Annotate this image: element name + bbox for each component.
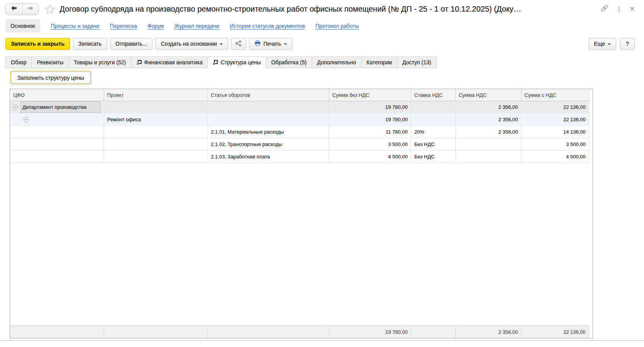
column-header[interactable]: Сумма НДС (456, 89, 521, 101)
save-and-close-button[interactable]: Записать и закрыть (5, 38, 70, 50)
column-header[interactable]: Сумма без НДС (329, 89, 411, 101)
tab-структура-цены[interactable]: Структура цены (207, 57, 266, 68)
create-based-on-label: Создать на основании (161, 41, 217, 47)
cell-vat-sum[interactable]: 2 356,00 (456, 101, 521, 113)
cell-article[interactable] (208, 113, 329, 125)
cell-project[interactable] (104, 126, 208, 138)
footer-total-sum-no-vat: 19 780,00 (329, 326, 411, 338)
cell-project[interactable] (104, 138, 208, 150)
window-bottom-border (0, 340, 644, 341)
table-row[interactable]: 2.1.01, Материальные расходы11 780,0020%… (10, 126, 589, 138)
tab-доступ-13-[interactable]: Доступ (13) (397, 57, 436, 68)
tab-обзор[interactable]: Обзор (5, 57, 32, 68)
cell-project[interactable] (104, 101, 208, 113)
cell-sum-no-vat[interactable]: 19 780,00 (329, 113, 411, 125)
cell-sum-with-vat[interactable]: 14 136,00 (521, 126, 589, 138)
cell-article[interactable]: 2.1.01, Материальные расходы (208, 126, 329, 138)
analytics-icon (213, 60, 218, 65)
send-button[interactable]: Отправить... (110, 38, 152, 50)
cell-sum-no-vat[interactable]: 4 500,00 (329, 151, 411, 163)
table-row[interactable]: Департамент производства19 780,002 356,0… (10, 101, 589, 113)
cell-cfo[interactable] (10, 113, 104, 125)
table-row[interactable]: 2.1.02, Транспортные расходы3 500,00Без … (10, 138, 589, 151)
history-nav-group (5, 3, 39, 15)
tab-финансовая-аналитика[interactable]: Финансовая аналитика (131, 57, 208, 68)
column-header[interactable]: ЦФО (10, 89, 104, 101)
cell-project[interactable] (104, 151, 208, 163)
tab-категории[interactable]: Категории (361, 57, 398, 68)
column-header[interactable]: Ставка НДС (411, 89, 456, 101)
toolbar-right-group: Еще ? (589, 38, 635, 50)
favorite-star-icon[interactable] (45, 4, 55, 14)
close-icon[interactable]: × (630, 5, 635, 13)
fill-price-structure-button[interactable]: Заполнить структуру цены (11, 72, 91, 84)
cell-cfo[interactable] (10, 151, 104, 163)
column-header[interactable]: Проект (104, 89, 208, 101)
nav-item[interactable]: Переписка (110, 23, 137, 29)
cell-vat-sum[interactable] (456, 151, 521, 163)
footer-cell-cfo (10, 326, 104, 338)
nav-item-active[interactable]: Основное (5, 19, 40, 33)
footer-total-vat-sum: 2 356,00 (456, 326, 521, 338)
table-row[interactable]: 2.1.03, Заработная плата4 500,00Без НДС4… (10, 151, 589, 163)
link-icon[interactable] (601, 4, 608, 14)
kebab-menu-icon[interactable] (618, 5, 620, 13)
table-row[interactable]: Ремонт офиса19 780,002 356,0022 136,00 (10, 113, 589, 126)
column-header[interactable]: Сумма с НДС (521, 89, 589, 101)
column-header[interactable]: Статья оборотов (208, 89, 329, 101)
nav-item[interactable]: Протокол работы (315, 23, 359, 29)
cell-vat-rate[interactable]: Без НДС (411, 138, 456, 150)
forward-arrow-icon (27, 5, 34, 12)
cell-vat-sum[interactable]: 2 356,00 (456, 126, 521, 138)
print-label: Печать (263, 41, 281, 47)
tab-label: Обработка (5) (271, 59, 307, 65)
tab-label: Финансовая аналитика (144, 59, 203, 65)
cell-sum-no-vat[interactable]: 3 500,00 (329, 138, 411, 150)
cell-cfo[interactable] (10, 138, 104, 150)
tab-товары-и-услуги-52-[interactable]: Товары и услуги (52) (68, 57, 131, 68)
selected-cell: Департамент производства (20, 101, 101, 113)
share-button[interactable] (231, 38, 246, 50)
cell-article[interactable]: 2.1.03, Заработная плата (208, 151, 329, 163)
cell-cfo[interactable]: Департамент производства (10, 101, 104, 113)
cell-vat-sum[interactable]: 2 356,00 (456, 113, 521, 125)
tab-label: Товары и услуги (52) (74, 59, 126, 65)
tabs-row: ОбзорРеквизитыТовары и услуги (52)Финанс… (0, 53, 644, 68)
nav-item[interactable]: Процессы и задачи (51, 23, 99, 29)
back-button[interactable] (6, 3, 22, 15)
chevron-down-icon (284, 43, 287, 45)
collapse-icon[interactable] (24, 117, 29, 122)
collapse-icon[interactable] (13, 105, 18, 110)
save-button[interactable]: Записать (73, 38, 107, 50)
cell-sum-no-vat[interactable]: 11 780,00 (329, 126, 411, 138)
print-button[interactable]: Печать (249, 38, 292, 50)
tab-дополнительно[interactable]: Дополнительно (312, 57, 362, 68)
cell-vat-rate[interactable] (411, 101, 456, 113)
back-arrow-icon (11, 5, 17, 12)
titlebar-icons: × (601, 4, 635, 14)
printer-icon (255, 40, 261, 47)
page-title: Договор субподряда на производство ремон… (60, 5, 521, 14)
create-based-on-button[interactable]: Создать на основании (155, 38, 228, 50)
cell-sum-with-vat[interactable]: 22 136,00 (521, 101, 589, 113)
nav-item[interactable]: Журнал передачи (174, 23, 219, 29)
forward-button[interactable] (22, 3, 38, 15)
cell-vat-rate[interactable] (411, 113, 456, 125)
tab-реквизиты[interactable]: Реквизиты (31, 57, 69, 68)
cell-sum-with-vat[interactable]: 3 500,00 (521, 138, 589, 150)
more-button[interactable]: Еще (589, 38, 617, 50)
tab-обработка-5-[interactable]: Обработка (5) (266, 57, 312, 68)
cell-sum-no-vat[interactable]: 19 780,00 (329, 101, 411, 113)
cell-sum-with-vat[interactable]: 22 136,00 (521, 113, 589, 125)
cell-cfo[interactable] (10, 126, 104, 138)
help-button[interactable]: ? (620, 38, 635, 50)
nav-item[interactable]: Форум (147, 23, 164, 29)
cell-article[interactable] (208, 101, 329, 113)
cell-vat-rate[interactable]: 20% (411, 126, 456, 138)
cell-project[interactable]: Ремонт офиса (104, 113, 208, 125)
cell-sum-with-vat[interactable]: 4 500,00 (521, 151, 589, 163)
cell-vat-rate[interactable]: Без НДС (411, 151, 456, 163)
cell-vat-sum[interactable] (456, 138, 521, 150)
nav-item[interactable]: История статусов документов (230, 23, 305, 29)
cell-article[interactable]: 2.1.02, Транспортные расходы (208, 138, 329, 150)
